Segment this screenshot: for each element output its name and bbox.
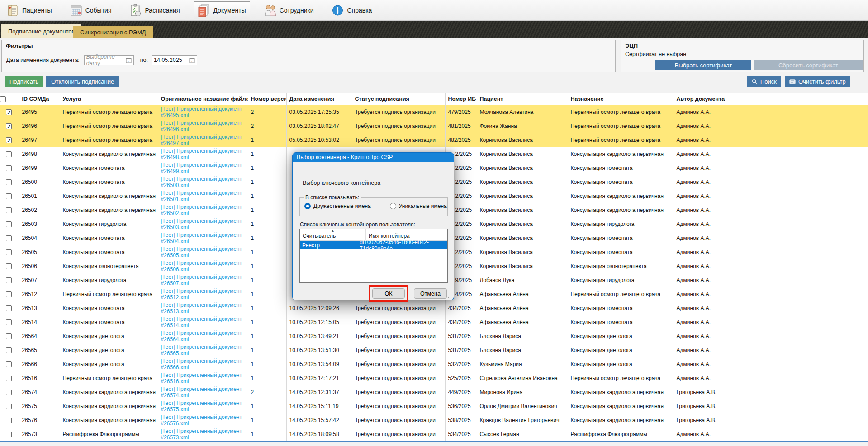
row-checkbox[interactable] <box>6 404 12 409</box>
document-row[interactable]: 26514 Консультация гомеопата [Тест] Прик… <box>0 315 868 329</box>
row-checkbox[interactable] <box>6 390 12 395</box>
document-link[interactable]: [Тест] Прикрепленный документ #26500.xml <box>161 176 247 188</box>
row-checkbox[interactable] <box>6 207 12 213</box>
cancel-button[interactable]: Отмена <box>414 288 447 299</box>
toolbar-help-button[interactable]: Справка <box>327 1 376 19</box>
document-link[interactable]: [Тест] Прикрепленный документ #26507.xml <box>161 274 247 286</box>
document-link[interactable]: [Тест] Прикрепленный документ #26574.xml <box>161 386 247 399</box>
document-link[interactable]: [Тест] Прикрепленный документ #26576.xml <box>161 414 247 427</box>
calendar-icon[interactable]: 7 <box>189 57 195 63</box>
cell-service: Консультация гирудолога <box>60 273 158 287</box>
document-row[interactable]: 26573 Расшифровка Флюорограммы [Тест] Пр… <box>0 427 868 442</box>
column-header-id[interactable]: ID СЭМДа <box>19 93 60 105</box>
document-link[interactable]: [Тест] Прикрепленный документ #26565.xml <box>161 344 247 357</box>
document-link[interactable]: [Тест] Прикрепленный документ #26505.xml <box>161 246 247 258</box>
row-checkbox[interactable] <box>6 109 12 115</box>
document-row[interactable]: 26513 Консультация гомеопата [Тест] Прик… <box>0 301 868 315</box>
row-checkbox[interactable] <box>6 432 12 437</box>
document-row[interactable]: 26576 Консультация кардиолога первичная … <box>0 413 868 427</box>
document-link[interactable]: [Тест] Прикрепленный документ #26498.xml <box>161 148 247 160</box>
column-header-filename[interactable]: Оригинальное название файла <box>158 93 248 105</box>
column-header-modified[interactable]: Дата изменения <box>286 93 352 105</box>
row-checkbox[interactable] <box>6 305 12 311</box>
toolbar-patients-button[interactable]: Пациенты <box>3 1 56 19</box>
column-header-version[interactable]: Номер версии <box>248 93 286 105</box>
column-header-patient[interactable]: Пациент <box>477 93 568 105</box>
document-row[interactable]: 26497 Первичный осмотр лечащего врача [Т… <box>0 133 868 147</box>
container-list-selected-row[interactable]: Реестр df1002062-0546-1b00-e042-71dc80e9… <box>300 241 447 249</box>
document-row[interactable]: 26496 Первичный осмотр лечащего врача [Т… <box>0 119 868 133</box>
document-link[interactable]: [Тест] Прикрепленный документ #26504.xml <box>161 232 247 244</box>
row-checkbox[interactable] <box>6 249 12 255</box>
row-checkbox[interactable] <box>6 151 12 157</box>
document-link[interactable]: [Тест] Прикрепленный документ #26513.xml <box>161 302 247 315</box>
row-checkbox[interactable] <box>6 376 12 381</box>
document-link[interactable]: [Тест] Прикрепленный документ #26503.xml <box>161 218 247 230</box>
document-link[interactable]: [Тест] Прикрепленный документ #26496.xml <box>161 120 247 132</box>
reader-column-header[interactable]: ▲ Считыватель <box>300 229 366 240</box>
column-header-status[interactable]: Статус подписания <box>352 93 445 105</box>
document-link[interactable]: [Тест] Прикрепленный документ #26566.xml <box>161 358 247 371</box>
search-button[interactable]: Поиск <box>747 76 781 87</box>
document-row[interactable]: 26566 Консультация диетолога [Тест] Прик… <box>0 357 868 371</box>
row-checkbox[interactable] <box>6 277 12 283</box>
toolbar-schedules-button[interactable]: Расписания <box>125 1 184 19</box>
unique-names-radio[interactable] <box>390 203 396 209</box>
document-row[interactable]: 26516 Первичный осмотр лечащего врача [Т… <box>0 371 868 385</box>
calendar-icon[interactable]: 7 <box>126 57 132 63</box>
date-to-input[interactable]: 14.05.2025 7 <box>152 55 197 65</box>
row-checkbox[interactable] <box>6 333 12 339</box>
document-link[interactable]: [Тест] Прикрепленный документ #26575.xml <box>161 400 247 413</box>
row-checkbox[interactable] <box>6 179 12 185</box>
row-checkbox[interactable] <box>6 221 12 227</box>
row-checkbox[interactable] <box>6 123 12 129</box>
row-checkbox[interactable] <box>6 361 12 367</box>
row-checkbox[interactable] <box>6 263 12 269</box>
reset-certificate-button[interactable]: Сбросить сертификат <box>754 60 863 70</box>
row-checkbox[interactable] <box>6 235 12 241</box>
row-checkbox[interactable] <box>6 193 12 199</box>
tab-remd-sync[interactable]: Синхронизация с РЭМД <box>73 26 153 38</box>
document-row[interactable]: 26565 Консультация диетолога [Тест] Прик… <box>0 343 868 357</box>
resize-grip[interactable] <box>447 294 452 298</box>
document-row[interactable]: 26575 Консультация кардиолога первичная … <box>0 399 868 413</box>
document-link[interactable]: [Тест] Прикрепленный документ #26497.xml <box>161 134 247 146</box>
document-link[interactable]: [Тест] Прикрепленный документ #26516.xml <box>161 372 247 385</box>
document-row[interactable]: 26564 Консультация диетолога [Тест] Прик… <box>0 329 868 343</box>
select-certificate-button[interactable]: Выбрать сертификат <box>655 60 751 70</box>
row-checkbox[interactable] <box>6 291 12 297</box>
friendly-names-radio[interactable] <box>304 203 311 209</box>
row-checkbox[interactable] <box>6 137 12 143</box>
column-header-author[interactable]: Автор документа <box>674 93 726 105</box>
document-link[interactable]: [Тест] Прикрепленный документ #26499.xml <box>161 162 247 174</box>
container-listbox[interactable]: ▲ Считыватель ▲ Имя контейнера Реестр df… <box>299 229 448 283</box>
row-checkbox[interactable] <box>6 347 12 353</box>
dialog-title-bar[interactable]: Выбор контейнера - КриптоПро CSP <box>293 153 454 162</box>
tab-document-signing[interactable]: Подписание документов <box>1 24 81 38</box>
date-from-input[interactable]: Выберите дату 7 <box>84 55 134 65</box>
decline-signing-button[interactable]: Отклонить подписание <box>46 76 119 87</box>
column-header-ib[interactable]: Номер ИБ <box>445 93 477 105</box>
document-link[interactable]: [Тест] Прикрепленный документ #26512.xml <box>161 288 247 300</box>
document-link[interactable]: [Тест] Прикрепленный документ #26501.xml <box>161 190 247 202</box>
document-link[interactable]: [Тест] Прикрепленный документ #26564.xml <box>161 330 247 343</box>
toolbar-events-button[interactable]: События <box>66 1 116 19</box>
sign-button[interactable]: Подписать <box>5 76 43 87</box>
row-checkbox[interactable] <box>6 418 12 423</box>
row-checkbox[interactable] <box>6 165 12 171</box>
document-link[interactable]: [Тест] Прикрепленный документ #26495.xml <box>161 106 247 118</box>
column-header-purpose[interactable]: Назначение <box>568 93 674 105</box>
toolbar-staff-button[interactable]: Сотрудники <box>260 1 318 19</box>
select-all-checkbox[interactable] <box>0 96 6 102</box>
column-header-service[interactable]: Услуга <box>60 93 158 105</box>
toolbar-documents-button[interactable]: Документы <box>194 1 250 19</box>
document-link[interactable]: [Тест] Прикрепленный документ #26514.xml <box>161 316 247 329</box>
document-link[interactable]: [Тест] Прикрепленный документ #26502.xml <box>161 204 247 216</box>
row-checkbox[interactable] <box>6 319 12 325</box>
document-row[interactable]: 26495 Первичный осмотр лечащего врача [Т… <box>0 105 868 119</box>
clear-filter-button[interactable]: Очистить фильтр <box>785 76 850 87</box>
document-link[interactable]: [Тест] Прикрепленный документ #26506.xml <box>161 260 247 272</box>
document-row[interactable]: 26574 Консультация кардиолога первичная … <box>0 385 868 399</box>
ok-button[interactable]: ОК <box>372 288 405 299</box>
document-link[interactable]: [Тест] Прикрепленный документ #26573.xml <box>161 428 247 441</box>
